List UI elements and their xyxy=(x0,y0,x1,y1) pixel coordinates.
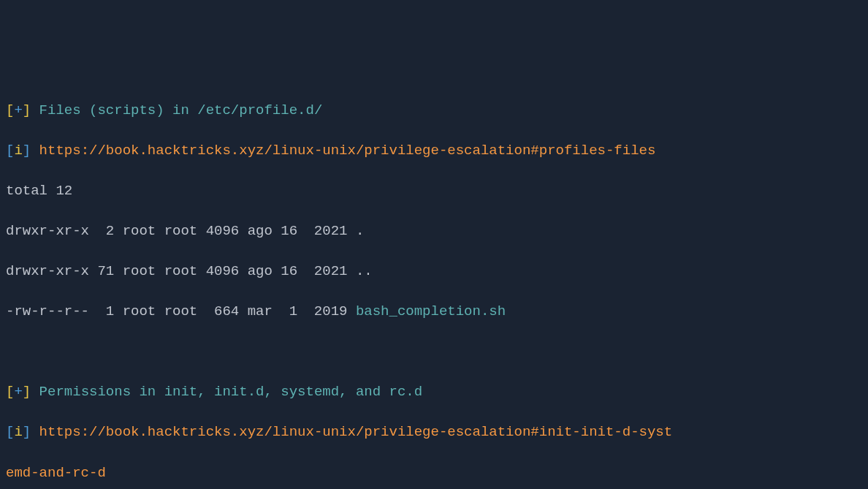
blank-line xyxy=(6,342,862,363)
ls-entry: drwxr-xr-x 2 root root 4096 ago 16 2021 … xyxy=(6,221,862,242)
info-link-init: [i] https://book.hacktricks.xyz/linux-un… xyxy=(6,422,862,443)
ls-entry: drwxr-xr-x 71 root root 4096 ago 16 2021… xyxy=(6,262,862,282)
ls-entry: -rw-r--r-- 1 root root 664 mar 1 2019 ba… xyxy=(6,302,862,322)
info-link-init-cont: emd-and-rc-d xyxy=(6,463,862,484)
section-header-profile: [+] Files (scripts) in /etc/profile.d/ xyxy=(6,101,862,121)
ls-total: total 12 xyxy=(6,181,862,202)
terminal-output[interactable]: [+] Files (scripts) in /etc/profile.d/ [… xyxy=(6,80,862,489)
section-header-init: [+] Permissions in init, init.d, systemd… xyxy=(6,382,862,403)
info-link-profile: [i] https://book.hacktricks.xyz/linux-un… xyxy=(6,141,862,162)
